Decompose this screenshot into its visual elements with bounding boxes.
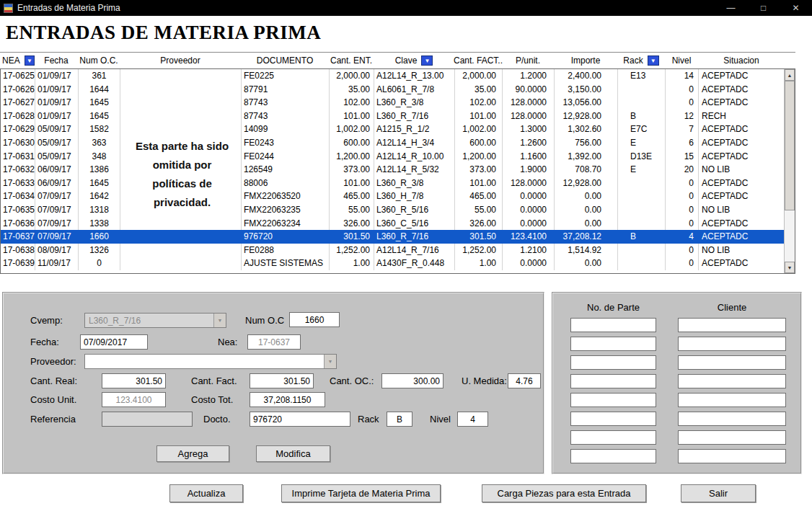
no-de-parte-input[interactable] — [570, 430, 656, 445]
costo-tot-input[interactable] — [250, 392, 325, 407]
table-row[interactable]: 17-062701/09/17164587743102.00L360_R_3/8… — [1, 96, 784, 110]
cliente-input[interactable] — [678, 412, 786, 426]
referencia-input[interactable] — [102, 412, 193, 427]
cell: 0.0000 — [503, 203, 555, 217]
table-row[interactable]: 17-063607/09/171338FMX22063234326.00L360… — [1, 217, 784, 231]
cell: 35.00 — [330, 83, 374, 97]
scroll-down-icon[interactable]: ▼ — [785, 262, 795, 273]
table-row[interactable]: 17-063507/09/171318FMX2206323555.00L360_… — [1, 203, 784, 217]
table-row[interactable]: 17-063105/09/17348FE02441,200.00A12L14_R… — [1, 150, 784, 164]
cell — [618, 190, 666, 203]
no-de-parte-input[interactable] — [570, 449, 656, 463]
cell: 1.00 — [330, 257, 374, 270]
filter-dropdown-icon[interactable]: ▼ — [648, 55, 659, 66]
agrega-button[interactable]: Agrega — [156, 445, 229, 462]
column-header-nea: NEA▼ — [0, 55, 35, 66]
cell: FE0244 — [242, 150, 330, 164]
filter-dropdown-icon[interactable]: ▼ — [25, 55, 35, 66]
table-row[interactable]: 17-063206/09/171386126549373.00A12L14_R_… — [1, 163, 784, 177]
cliente-input[interactable] — [678, 318, 786, 332]
table-row[interactable]: 17-063407/09/171642FMX22063520465.00L360… — [1, 190, 784, 203]
column-label: DOCUMENTO — [257, 55, 313, 66]
no-de-parte-input[interactable] — [570, 355, 656, 370]
cell — [120, 217, 242, 231]
imprime-tarjeta-button[interactable]: Imprime Tarjeta de Materia Prima — [281, 484, 441, 502]
modifica-button[interactable]: Modifica — [256, 445, 330, 462]
maximize-icon[interactable]: □ — [747, 0, 780, 16]
no-de-parte-input[interactable] — [570, 412, 656, 426]
close-icon[interactable]: ✕ — [780, 0, 812, 16]
cant-fact-input[interactable] — [250, 373, 314, 388]
cell: 55.00 — [330, 203, 374, 217]
cell: ACEPTADC — [699, 136, 784, 150]
proveedor-dropdown-icon[interactable]: ▼ — [324, 355, 336, 368]
cell: 0 — [666, 244, 699, 257]
rack-input[interactable] — [387, 412, 412, 427]
cell: E — [618, 163, 666, 177]
costo-unit-input[interactable] — [102, 392, 166, 407]
cant-fact-label: Cant. Fact. — [191, 376, 237, 386]
actualiza-button[interactable]: Actualiza — [169, 484, 243, 502]
cvemp-dropdown-icon[interactable]: ▼ — [213, 314, 226, 327]
table-row[interactable]: 17-063005/09/17363FE0243600.00A12L14_H_3… — [1, 136, 784, 150]
no-de-parte-input[interactable] — [570, 337, 656, 351]
fecha-input[interactable] — [80, 334, 148, 350]
cell: 07/09/17 — [35, 217, 79, 231]
table-row[interactable]: 17-063808/09/171326FE02881,252.00A12L14_… — [1, 244, 784, 257]
column-header-num-o-c-: Num O.C. — [78, 55, 120, 66]
minimize-icon[interactable]: — — [715, 0, 747, 16]
cell: 17-0630 — [1, 136, 35, 150]
cliente-input[interactable] — [678, 449, 786, 463]
cliente-input[interactable] — [678, 393, 786, 407]
cant-real-input[interactable] — [102, 373, 166, 388]
scrollbar-thumb[interactable] — [785, 81, 795, 210]
table-row[interactable]: 17-062905/09/171582140991,002.00A1215_R_… — [1, 123, 784, 136]
cell: 756.00 — [555, 136, 618, 150]
no-de-parte-input[interactable] — [570, 318, 656, 332]
cliente-input[interactable] — [678, 337, 786, 351]
cell: 1,200.00 — [330, 150, 374, 164]
cell — [618, 257, 666, 270]
cliente-input[interactable] — [678, 374, 786, 388]
carga-piezas-button[interactable]: Carga Piezas para esta Entrada — [482, 484, 646, 502]
cell: ACEPTADC — [699, 150, 784, 164]
cell: 17-0629 — [1, 123, 35, 136]
cell: 0.0000 — [503, 257, 555, 270]
cell: A1215_R_1/2 — [374, 123, 455, 136]
u-medida-input[interactable] — [508, 373, 541, 388]
window-controls: — □ ✕ — [715, 0, 812, 16]
rack-label: Rack — [358, 414, 379, 425]
docto-input[interactable] — [250, 412, 350, 427]
no-de-parte-input[interactable] — [570, 393, 656, 407]
scroll-up-icon[interactable]: ▲ — [785, 69, 795, 81]
table-row[interactable]: 17-062601/09/1716448779135.00AL6061_R_7/… — [1, 83, 784, 97]
cell: ACEPTADC — [699, 69, 784, 83]
cliente-input[interactable] — [678, 430, 786, 445]
cell: 1,392.00 — [555, 150, 618, 164]
cell: FMX22063234 — [242, 217, 330, 231]
vertical-scrollbar[interactable]: ▲ ▼ — [784, 69, 795, 273]
cell: A12L14_H_3/4 — [374, 136, 455, 150]
nivel-input[interactable] — [457, 412, 488, 427]
cell — [120, 244, 242, 257]
cell — [618, 177, 666, 190]
table-row[interactable]: 17-063707/09/171660976720301.50L360_R_7/… — [1, 230, 784, 244]
cell: A1430F_R_0.448 — [374, 257, 455, 270]
cell: 20 — [666, 163, 699, 177]
no-de-parte-input[interactable] — [570, 374, 656, 388]
cant-oc-input[interactable] — [381, 373, 443, 388]
table-row[interactable]: 17-062501/09/17361FE02252,000.00A12L14_R… — [1, 69, 784, 83]
table-row[interactable]: 17-063911/09/170AJUSTE SISTEMAS1.00A1430… — [1, 257, 784, 270]
num-oc-input[interactable] — [289, 312, 340, 327]
table-row[interactable]: 17-062801/09/17164587743101.00L360_R_7/1… — [1, 110, 784, 123]
nea-input[interactable] — [247, 334, 301, 350]
cliente-input[interactable] — [678, 355, 786, 370]
proveedor-combo[interactable]: ▼ — [84, 354, 337, 369]
cell — [120, 110, 242, 123]
table-row[interactable]: 17-063306/09/17164588006101.00L360_R_3/8… — [1, 177, 784, 190]
cvemp-combo[interactable]: L360_R_7/16 ▼ — [84, 313, 226, 328]
cell: FE0225 — [242, 69, 330, 83]
grid-header: NEA▼FechaNum O.C.ProveedorDOCUMENTOCant.… — [0, 52, 795, 68]
filter-dropdown-icon[interactable]: ▼ — [421, 55, 433, 66]
salir-button[interactable]: Salir — [681, 484, 756, 502]
